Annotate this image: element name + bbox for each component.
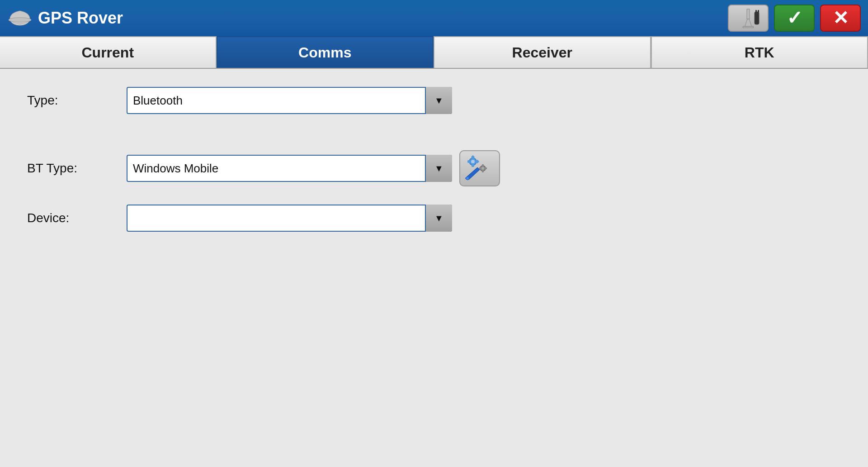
- svg-point-1: [9, 18, 31, 22]
- svg-rect-6: [755, 10, 757, 13]
- type-select[interactable]: Bluetooth Serial Radio Internet: [127, 87, 452, 114]
- svg-rect-19: [482, 170, 484, 172]
- header: GPS Rover ✓ ✕: [0, 0, 868, 36]
- tools-button[interactable]: [728, 5, 769, 32]
- type-row: Type: Bluetooth Serial Radio Internet ▼: [27, 87, 841, 114]
- check-icon: ✓: [787, 9, 802, 28]
- tab-bar: Current Comms Receiver RTK: [0, 36, 868, 69]
- device-row: Device: ▼: [27, 205, 841, 232]
- type-select-wrapper: Bluetooth Serial Radio Internet ▼: [127, 87, 452, 114]
- bt-type-row: BT Type: Windows Mobile Standard Custom …: [27, 150, 841, 186]
- tab-comms[interactable]: Comms: [217, 36, 434, 68]
- svg-rect-11: [472, 163, 474, 167]
- app-logo: [7, 5, 33, 31]
- device-label: Device:: [27, 211, 127, 225]
- svg-rect-2: [747, 9, 750, 19]
- svg-point-9: [471, 160, 475, 163]
- svg-rect-21: [484, 167, 487, 169]
- tab-current[interactable]: Current: [0, 36, 217, 68]
- ok-button[interactable]: ✓: [774, 5, 815, 32]
- bt-type-select-wrapper: Windows Mobile Standard Custom ▼: [127, 155, 452, 182]
- svg-rect-7: [758, 10, 759, 13]
- bt-type-label: BT Type:: [27, 161, 127, 176]
- device-select[interactable]: [127, 205, 452, 232]
- svg-rect-5: [755, 12, 759, 24]
- cancel-button[interactable]: ✕: [820, 5, 861, 32]
- app-title: GPS Rover: [38, 9, 722, 28]
- content-panel: Type: Bluetooth Serial Radio Internet ▼ …: [0, 69, 868, 268]
- tab-rtk[interactable]: RTK: [651, 36, 868, 68]
- svg-point-22: [466, 177, 469, 180]
- settings-icon: [464, 155, 495, 182]
- tools-icon: [735, 8, 762, 28]
- device-select-wrapper: ▼: [127, 205, 452, 232]
- svg-rect-18: [482, 164, 484, 167]
- bt-type-select[interactable]: Windows Mobile Standard Custom: [127, 155, 452, 182]
- svg-rect-4: [743, 26, 754, 28]
- type-label: Type:: [27, 93, 127, 108]
- tab-receiver[interactable]: Receiver: [434, 36, 651, 68]
- svg-marker-3: [745, 19, 752, 27]
- x-icon: ✕: [833, 9, 849, 28]
- settings-button[interactable]: [459, 150, 500, 186]
- svg-rect-12: [467, 160, 471, 163]
- svg-point-17: [481, 167, 484, 170]
